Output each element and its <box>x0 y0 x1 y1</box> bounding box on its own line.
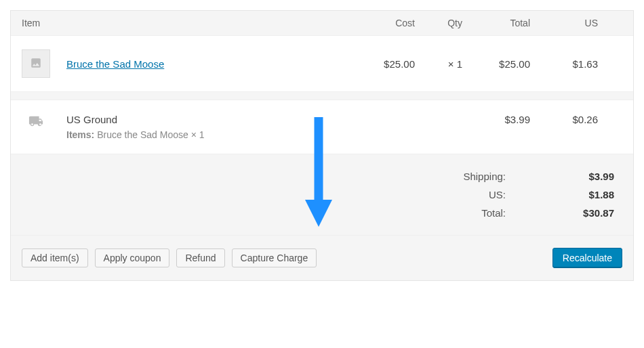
totals-shipping-value: $3.99 <box>567 171 614 182</box>
totals-section: Shipping: $3.99 US: $1.88 Total: $30.87 <box>11 154 633 236</box>
totals-shipping-label: Shipping: <box>463 171 506 182</box>
actions-bar: Add item(s) Apply coupon Refund Capture … <box>11 236 633 280</box>
order-items-panel: Item Cost Qty Total US Bruce the Sad Moo… <box>10 10 634 281</box>
shipping-method-name: US Ground <box>66 114 205 125</box>
product-row: Bruce the Sad Moose $25.00 × 1 $25.00 $1… <box>11 36 633 92</box>
totals-tax-value: $1.88 <box>567 189 614 200</box>
table-header: Item Cost Qty Total US <box>11 11 633 36</box>
image-placeholder-icon <box>30 57 42 71</box>
header-item: Item <box>22 18 361 28</box>
product-cost: $25.00 <box>361 58 415 70</box>
header-qty: Qty <box>415 18 462 28</box>
product-qty: × 1 <box>415 58 462 70</box>
shipping-items-text: Bruce the Sad Moose × 1 <box>97 129 204 140</box>
shipping-total: $3.99 <box>462 114 530 125</box>
totals-shipping: Shipping: $3.99 <box>22 171 614 182</box>
shipping-items: Items: Bruce the Sad Moose × 1 <box>66 129 205 140</box>
row-divider <box>11 92 633 100</box>
recalculate-button[interactable]: Recalculate <box>552 248 622 268</box>
truck-icon <box>22 114 50 129</box>
shipping-row: US Ground Items: Bruce the Sad Moose × 1… <box>11 100 633 154</box>
capture-charge-button[interactable]: Capture Charge <box>232 248 317 267</box>
product-link[interactable]: Bruce the Sad Moose <box>66 58 164 70</box>
shipping-items-label: Items: <box>66 129 94 140</box>
product-thumbnail[interactable] <box>22 49 50 78</box>
shipping-tax: $0.26 <box>530 114 598 125</box>
add-items-button[interactable]: Add item(s) <box>22 248 88 267</box>
header-cost: Cost <box>361 18 415 28</box>
totals-tax: US: $1.88 <box>22 189 614 200</box>
product-tax: $1.63 <box>530 58 598 70</box>
header-total: Total <box>462 18 530 28</box>
refund-button[interactable]: Refund <box>176 248 224 267</box>
totals-total-label: Total: <box>481 207 506 219</box>
totals-total-value: $30.87 <box>567 207 614 219</box>
header-tax: US <box>530 18 598 28</box>
totals-total: Total: $30.87 <box>22 207 614 219</box>
apply-coupon-button[interactable]: Apply coupon <box>95 248 170 267</box>
product-total: $25.00 <box>462 58 530 70</box>
totals-tax-label: US: <box>489 189 506 200</box>
